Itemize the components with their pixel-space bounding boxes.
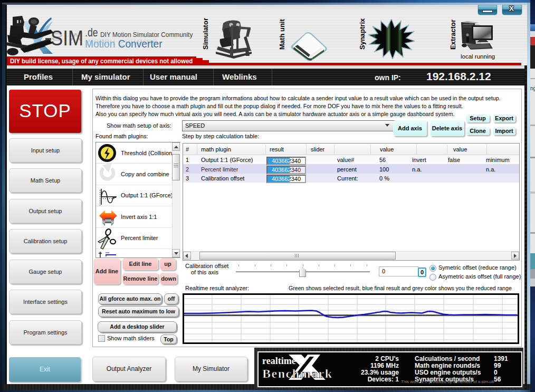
svg-text:realtime: realtime <box>262 356 296 366</box>
svg-text:Benchmark: Benchmark <box>262 367 333 380</box>
